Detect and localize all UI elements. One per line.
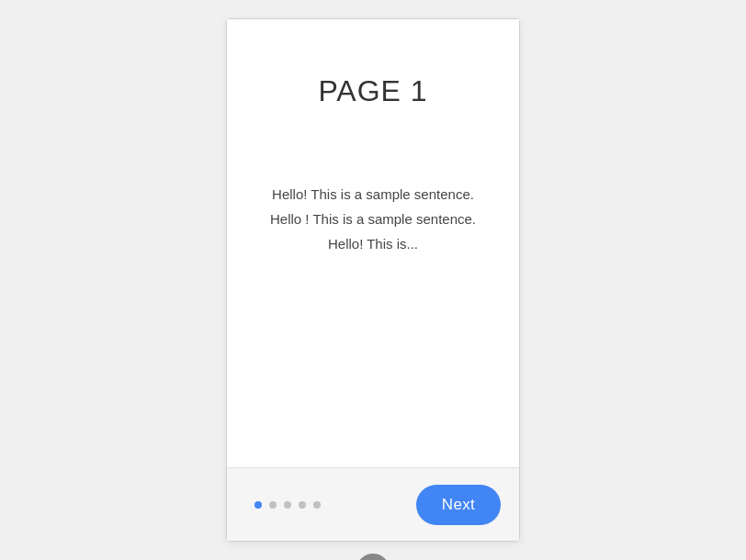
page-text: Hello! This is a sample sentence. Hello … [270, 182, 476, 256]
dots-container [254, 501, 321, 509]
text-line-2: Hello ! This is a sample sentence. [270, 207, 476, 231]
dot-2[interactable] [269, 501, 277, 509]
home-indicator [356, 554, 390, 560]
text-line-1: Hello! This is a sample sentence. [270, 182, 476, 207]
dot-3[interactable] [284, 501, 291, 509]
phone-frame: PAGE 1 Hello! This is a sample sentence.… [226, 18, 520, 542]
dot-1[interactable] [254, 501, 262, 509]
page-title: PAGE 1 [318, 74, 427, 108]
bottom-bar: Next [227, 467, 519, 541]
next-button[interactable]: Next [416, 485, 501, 525]
dot-5[interactable] [313, 501, 321, 509]
dot-4[interactable] [299, 501, 306, 509]
page-content: PAGE 1 Hello! This is a sample sentence.… [227, 19, 519, 467]
text-line-3: Hello! This is... [270, 231, 476, 256]
